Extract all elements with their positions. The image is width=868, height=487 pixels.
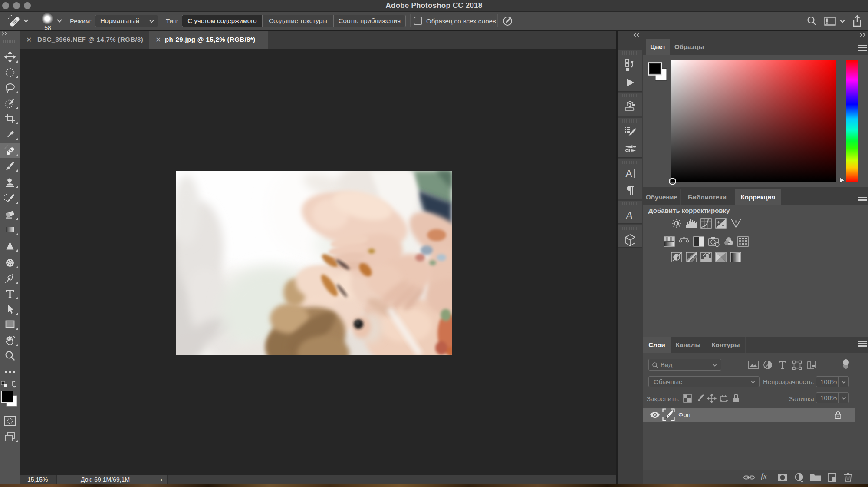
svg-text:A: A: [625, 168, 632, 179]
svg-text:A: A: [625, 209, 633, 222]
